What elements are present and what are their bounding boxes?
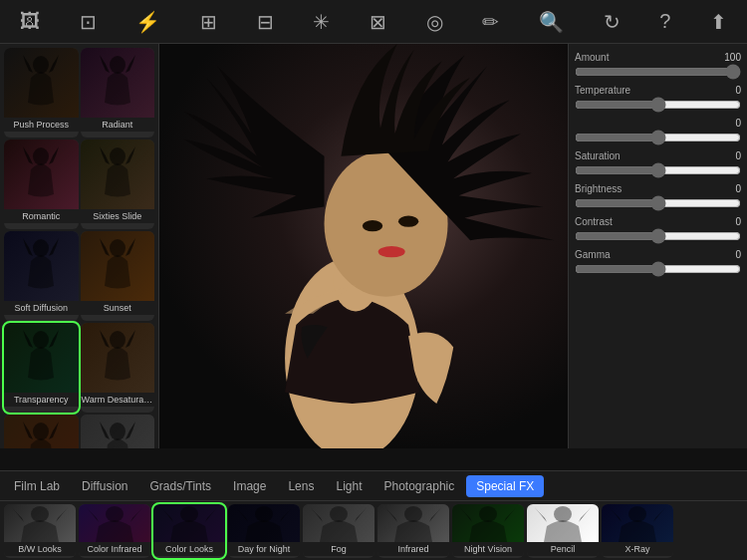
crop-select-icon[interactable]: ⊡	[72, 6, 105, 38]
contrast-slider[interactable]	[575, 229, 741, 243]
bottom-label-bw-looks: B/W Looks	[4, 542, 76, 556]
main-image-area	[159, 44, 568, 448]
share-icon[interactable]: ⬆	[702, 6, 735, 38]
bottom-label-day-for-night: Day for Night	[228, 542, 300, 556]
svg-point-30	[479, 506, 497, 522]
saturation-value: 0	[721, 150, 741, 161]
svg-point-7	[110, 331, 125, 349]
svg-point-20	[106, 506, 124, 522]
tab-special-fx[interactable]: Special FX	[466, 475, 544, 497]
filter-thumb-warm-diffusion[interactable]: Warm Diffusion	[4, 415, 79, 448]
svg-point-1	[110, 56, 125, 74]
gamma-label: Gam­ma	[575, 249, 611, 260]
contrast-slider-row: Cont­rast 0	[575, 216, 741, 243]
brightness-slider[interactable]	[575, 196, 741, 210]
filter-label-soft-diffusion: Soft Diffusion	[4, 301, 79, 315]
svg-point-8	[33, 422, 49, 440]
amount-slider-row: Amount 100	[575, 52, 741, 79]
svg-point-0	[33, 56, 49, 74]
svg-point-14	[378, 246, 405, 257]
bottom-label-night-vision: Night Vision	[452, 542, 524, 556]
search-icon[interactable]: 🔍	[531, 6, 572, 38]
filter-thumb-radiant[interactable]: Radiant	[81, 48, 155, 138]
brush-icon[interactable]: ✏	[474, 6, 507, 38]
aperture-icon[interactable]: ✳	[305, 6, 338, 38]
bottom-thumb-day-for-night[interactable]: Day for Night	[228, 504, 300, 558]
filter-label-warm-desaturated: Warm Desaturated	[81, 393, 155, 407]
flash-icon[interactable]: ⚡	[127, 6, 168, 38]
brightness-slider-row: Bright­ness 0	[575, 183, 741, 210]
svg-point-5	[110, 239, 125, 257]
bottom-thumb-color-looks[interactable]: Color Looks	[153, 504, 225, 558]
tint-slider-row: 0	[575, 118, 741, 144]
bottom-label-color-infrared: Color Infrared	[79, 542, 150, 556]
temperature-value: 0	[721, 85, 741, 96]
filter-label-transparency: Transparency	[4, 393, 79, 407]
tab-film-lab[interactable]: Film Lab	[4, 475, 70, 497]
svg-point-2	[33, 147, 49, 165]
grid-icon[interactable]: ⊞	[192, 6, 225, 38]
tab-diffusion[interactable]: Diffusion	[72, 475, 137, 497]
refresh-icon[interactable]: ↻	[596, 6, 628, 38]
saturation-label: Satur­ation	[575, 150, 621, 161]
svg-point-15	[363, 220, 382, 231]
bottom-label-x-ray: X-Ray	[602, 542, 673, 556]
tab-light[interactable]: Light	[326, 475, 372, 497]
bottom-thumb-x-ray[interactable]: X-Ray	[602, 504, 673, 558]
amount-slider[interactable]	[575, 65, 741, 79]
crop-icon[interactable]: ⊠	[362, 6, 394, 38]
filter-thumb-soft-diffusion[interactable]: Soft Diffusion	[4, 231, 79, 321]
svg-point-18	[31, 506, 49, 522]
brightness-value: 0	[721, 183, 741, 194]
saturation-slider[interactable]	[575, 163, 741, 177]
tab-image[interactable]: Image	[223, 475, 276, 497]
filter-label-romantic: Romantic	[4, 209, 79, 223]
filter-thumb-sunset[interactable]: Sunset	[81, 231, 155, 321]
amount-label: Amount	[575, 52, 609, 63]
svg-point-32	[554, 506, 572, 522]
filter-thumb-warm-desaturated[interactable]: Warm Desaturated	[81, 323, 155, 413]
bottom-thumb-fog[interactable]: Fog	[303, 504, 374, 558]
left-filter-panel: Push Process Radiant Romantic Sixties Sl…	[0, 44, 159, 448]
tint-value: 0	[721, 118, 741, 129]
svg-point-3	[110, 147, 125, 165]
tab-lens[interactable]: Lens	[278, 475, 324, 497]
tab-photographic[interactable]: Photographic	[374, 475, 465, 497]
target-icon[interactable]: ◎	[418, 6, 451, 38]
filter-thumb-push-process[interactable]: Push Process	[4, 48, 79, 138]
bottom-label-fog: Fog	[303, 542, 374, 556]
gamma-slider[interactable]	[575, 262, 741, 276]
tint-slider[interactable]	[575, 131, 741, 144]
bottom-thumb-bw-looks[interactable]: B/W Looks	[4, 504, 76, 558]
filter-label-sixties-slide: Sixties Slide	[81, 209, 155, 223]
bottom-thumbnail-strip: B/W Looks Color Infrared Color Looks Day…	[0, 500, 747, 560]
svg-point-22	[180, 506, 198, 522]
filter-label-radiant: Radiant	[81, 118, 155, 132]
bottom-thumb-color-infrared[interactable]: Color Infrared	[79, 504, 150, 558]
right-slider-panel: Amount 100 Temp­erature 0 0 Satur­ation …	[568, 44, 747, 448]
bottom-thumb-infrared[interactable]: Infrared	[377, 504, 449, 558]
tab-grads-tints[interactable]: Grads/Tints	[140, 475, 222, 497]
photos-icon[interactable]: 🖼	[12, 6, 48, 37]
amount-value: 100	[721, 52, 741, 63]
svg-point-4	[33, 239, 49, 257]
bottom-thumb-pencil[interactable]: Pencil	[527, 504, 599, 558]
filter-thumb-white-diffusion[interactable]: White Diffusion	[81, 415, 155, 448]
svg-point-6	[33, 331, 49, 349]
filter-thumb-romantic[interactable]: Romantic	[4, 140, 79, 229]
sliders-icon[interactable]: ⊟	[249, 6, 282, 38]
temperature-slider[interactable]	[575, 98, 741, 112]
help-icon[interactable]: ?	[651, 6, 678, 37]
svg-point-24	[255, 506, 273, 522]
svg-point-28	[404, 506, 422, 522]
saturation-slider-row: Satur­ation 0	[575, 150, 741, 177]
bottom-label-color-looks: Color Looks	[153, 542, 225, 556]
bottom-thumb-night-vision[interactable]: Night Vision	[452, 504, 524, 558]
svg-point-34	[628, 506, 646, 522]
filter-thumb-transparency[interactable]: Transparency	[4, 323, 79, 413]
temperature-slider-row: Temp­erature 0	[575, 85, 741, 112]
filter-thumb-sixties-slide[interactable]: Sixties Slide	[81, 140, 155, 229]
contrast-label: Cont­rast	[575, 216, 613, 227]
contrast-value: 0	[721, 216, 741, 227]
svg-point-9	[110, 422, 125, 440]
